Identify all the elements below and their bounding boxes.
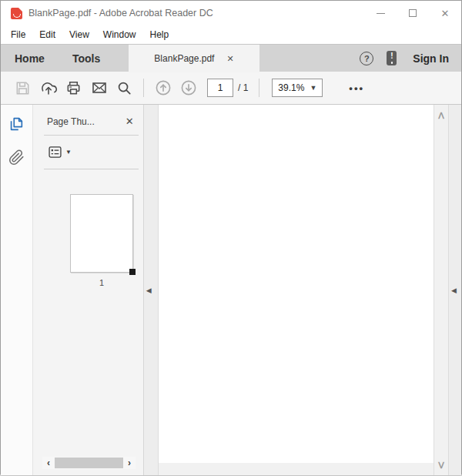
notification-phone-icon[interactable]: !	[387, 51, 397, 65]
left-pane-gutter: ◀	[144, 105, 159, 475]
thumbnail-item: 1	[70, 194, 133, 287]
exclamation-glyph: !	[390, 52, 393, 60]
tab-bar: Home Tools BlankPage.pdf ✕ ? ! Sign In	[1, 44, 461, 72]
acrobat-window: BlankPage.pdf - Adobe Acrobat Reader DC …	[0, 0, 462, 474]
right-pane-gutter: ◀	[448, 105, 461, 475]
help-icon[interactable]: ?	[360, 52, 373, 65]
minimize-icon	[377, 13, 385, 14]
envelope-icon	[90, 79, 109, 97]
panel-title: Page Thu...	[47, 116, 95, 127]
toolbar-separator-2	[259, 79, 259, 97]
close-button[interactable]: ✕	[429, 1, 461, 25]
toolbar: / 1 39.1% ▼ •••	[1, 72, 461, 105]
body: Page Thu... ✕ ▼ 1 ‹	[1, 105, 461, 475]
chevron-down-icon: ▼	[65, 149, 72, 156]
scroll-up-icon[interactable]: ᐱ	[434, 111, 448, 121]
pdf-page-canvas[interactable]	[159, 105, 434, 463]
previous-page-button[interactable]	[150, 75, 176, 100]
arrow-down-circle-icon	[179, 79, 198, 97]
acrobat-logo-icon	[11, 8, 22, 19]
menu-window[interactable]: Window	[96, 27, 143, 42]
panel-header: Page Thu... ✕	[33, 105, 143, 135]
zoom-value: 39.1%	[278, 82, 304, 93]
printer-icon	[65, 79, 82, 97]
page-thumbnails-icon[interactable]	[8, 116, 25, 132]
horizontal-scrollbar-thumb[interactable]	[55, 458, 123, 468]
document-tab-label: BlankPage.pdf	[154, 53, 214, 64]
chevron-down-icon: ▼	[310, 84, 316, 92]
document-area	[159, 105, 434, 475]
tab-document[interactable]: BlankPage.pdf ✕	[129, 45, 259, 72]
maximize-button[interactable]	[397, 1, 429, 25]
nav-icon-strip	[1, 105, 33, 475]
share-cloud-button[interactable]	[35, 75, 61, 100]
arrow-up-circle-icon	[154, 79, 172, 97]
cloud-upload-icon	[39, 79, 58, 97]
menu-edit[interactable]: Edit	[32, 27, 62, 42]
menu-bar: File Edit View Window Help	[1, 25, 461, 44]
title-bar: BlankPage.pdf - Adobe Acrobat Reader DC …	[1, 1, 461, 25]
scroll-left-icon[interactable]: ‹	[42, 457, 55, 469]
attachments-paperclip-icon[interactable]	[8, 149, 25, 166]
page-1-thumbnail[interactable]	[70, 194, 133, 273]
toolbar-separator	[143, 79, 144, 97]
zoom-level-dropdown[interactable]: 39.1% ▼	[272, 79, 323, 97]
panel-horizontal-scrollbar: ‹ ›	[42, 457, 136, 469]
window-controls: ✕	[364, 1, 461, 25]
tab-close-icon[interactable]: ✕	[226, 54, 233, 64]
collapse-left-pane-icon[interactable]: ◀	[146, 287, 152, 294]
next-page-button[interactable]	[176, 75, 201, 100]
options-list-icon	[47, 144, 63, 160]
thumbnail-resize-handle[interactable]	[129, 269, 136, 275]
menu-file[interactable]: File	[4, 27, 32, 42]
panel-close-icon[interactable]: ✕	[126, 116, 134, 127]
tab-tools[interactable]: Tools	[59, 45, 114, 72]
panel-divider-2	[44, 169, 139, 169]
thumbnail-page-number: 1	[70, 278, 133, 287]
search-icon	[116, 79, 133, 97]
sign-in-button[interactable]: Sign In	[410, 52, 449, 65]
page-number-input[interactable]	[207, 79, 233, 97]
menu-help[interactable]: Help	[143, 27, 176, 42]
email-button[interactable]	[86, 75, 112, 100]
thumbnail-options-button[interactable]: ▼	[33, 136, 143, 169]
maximize-icon	[409, 9, 417, 17]
search-button[interactable]	[112, 75, 137, 100]
save-icon	[14, 79, 32, 97]
tab-home[interactable]: Home	[1, 45, 59, 72]
minimize-button[interactable]	[364, 1, 397, 25]
document-vertical-scrollbar: ᐱ ᐯ	[434, 105, 448, 475]
close-icon: ✕	[441, 8, 450, 18]
menu-view[interactable]: View	[62, 27, 96, 42]
page-total-label: / 1	[238, 82, 248, 93]
scroll-down-icon[interactable]: ᐯ	[434, 461, 448, 471]
scroll-right-icon[interactable]: ›	[123, 457, 136, 469]
print-button[interactable]	[61, 75, 86, 100]
more-tools-button[interactable]: •••	[341, 82, 372, 94]
save-button[interactable]	[10, 75, 35, 100]
phone-dot	[391, 62, 393, 64]
window-title: BlankPage.pdf - Adobe Acrobat Reader DC	[28, 8, 213, 18]
tabbar-right-group: ? ! Sign In	[360, 45, 461, 72]
page-thumbnails-panel: Page Thu... ✕ ▼ 1 ‹	[33, 105, 144, 475]
collapse-right-pane-icon[interactable]: ◀	[451, 287, 457, 294]
